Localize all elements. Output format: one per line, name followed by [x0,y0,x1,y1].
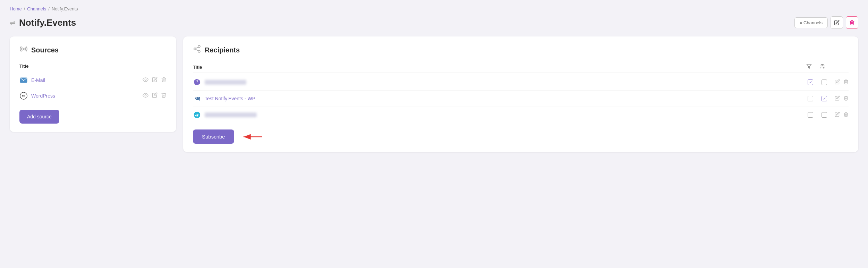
breadcrumb-channels[interactable]: Channels [27,6,46,11]
svg-point-12 [821,64,823,66]
subscribe-button[interactable]: Subscribe [193,129,234,144]
email-source-icon [19,76,28,84]
edit-button[interactable] [831,16,843,29]
filter-checkbox-vk[interactable] [808,96,813,101]
recipient-viber-label-blurred [205,80,246,85]
page-title-wrap: ⇌ Notify.Events [10,17,76,28]
group-checkbox-viber[interactable] [822,79,827,85]
recipient-viber-actions [831,79,849,85]
recipient-row-vk: Test Notify.Events - WP ✓ [193,91,849,107]
page-title: Notify.Events [19,17,76,28]
recipient-telegram-label-blurred [205,112,257,117]
edit-viber-icon[interactable] [835,79,840,85]
telegram-logo [193,111,201,119]
filter-col-icon [806,64,812,70]
header-actions: « Channels [794,16,858,29]
edit-vk-icon[interactable] [835,95,840,102]
delete-vk-icon[interactable] [843,95,849,102]
delete-viber-icon[interactable] [843,79,849,85]
filter-checkbox-viber[interactable]: ✓ [808,79,813,85]
viber-logo [193,78,201,86]
sources-title: Sources [31,46,59,54]
recipients-card-header: Recipients [193,45,849,55]
page-header: ⇌ Notify.Events « Channels [10,16,858,29]
telegram-icon [193,111,201,119]
breadcrumb-home[interactable]: Home [10,6,22,11]
group-col-icon [819,64,826,70]
sources-card: Sources Title E-Mail [10,36,176,132]
edit-email-icon[interactable] [152,77,158,84]
recipient-telegram-group-checkbox[interactable] [817,112,831,118]
recipients-title: Recipients [205,46,240,54]
group-checkbox-vk[interactable]: ✓ [822,96,827,101]
breadcrumb: Home / Channels / Notify.Events [10,6,858,11]
breadcrumb-current: Notify.Events [52,6,78,11]
recipient-viber-filter-checkbox[interactable]: ✓ [803,79,817,85]
trash-icon [849,20,855,25]
svg-line-9 [196,50,198,51]
recipient-viber-group-checkbox[interactable] [817,79,831,85]
podcast-icon [19,45,28,53]
svg-line-10 [196,47,198,49]
group-checkbox-telegram[interactable] [822,112,827,118]
edit-icon [834,20,840,25]
recipient-vk-group-checkbox[interactable]: ✓ [817,96,831,101]
arrow-indicator [240,132,265,142]
svg-text:W: W [22,94,25,98]
viber-icon [193,78,201,86]
recipient-row-telegram [193,107,849,123]
recipients-table-header: Title [193,61,849,73]
source-wordpress-actions [143,92,167,100]
recipient-telegram-filter-checkbox[interactable] [803,112,817,118]
wordpress-source-icon: W [19,92,28,100]
edit-wp-icon[interactable] [152,92,158,99]
recipient-telegram-actions [831,112,849,118]
svg-point-0 [23,48,24,50]
recipients-col-title: Title [193,65,803,70]
recipients-col-icons [803,64,849,70]
recipient-telegram-name-cell [193,111,803,119]
arrow-icon [240,132,265,142]
vk-icon [193,94,201,103]
vk-logo [193,95,201,102]
source-row-wordpress: W WordPress [19,88,167,103]
share-icon [193,45,201,53]
source-row-email: E-Mail [19,73,167,88]
source-label-email: E-Mail [31,77,143,83]
wordpress-icon: W [20,92,27,100]
notify-events-icon: ⇌ [10,18,16,27]
edit-telegram-icon[interactable] [835,112,840,118]
main-content: Sources Title E-Mail [10,36,858,152]
sources-card-header: Sources [19,45,167,55]
source-label-wordpress: WordPress [31,93,143,99]
sources-table-header: Title [19,61,167,71]
channels-button[interactable]: « Channels [794,17,828,28]
subscribe-area: Subscribe [193,129,849,144]
add-source-button[interactable]: Add source [19,110,59,124]
recipient-viber-name-cell [193,78,803,86]
recipients-icon [193,45,201,55]
email-icon [20,77,27,83]
view-email-icon[interactable] [143,77,148,84]
svg-point-2 [145,79,146,80]
recipient-vk-actions [831,95,849,102]
recipients-card: Recipients Title [183,36,858,152]
svg-point-5 [145,94,146,96]
recipient-vk-label: Test Notify.Events - WP [205,96,255,101]
filter-checkbox-telegram[interactable] [808,112,813,118]
recipient-row-viber: ✓ [193,74,849,91]
view-wp-icon[interactable] [143,92,148,100]
sources-icon [19,45,28,55]
source-email-actions [143,77,167,84]
recipient-vk-filter-checkbox[interactable] [803,96,817,101]
recipient-vk-name-cell: Test Notify.Events - WP [193,94,803,103]
svg-marker-11 [807,64,811,68]
delete-button[interactable] [846,16,858,29]
delete-email-icon[interactable] [161,77,167,84]
delete-telegram-icon[interactable] [843,112,849,118]
delete-wp-icon[interactable] [161,92,167,99]
